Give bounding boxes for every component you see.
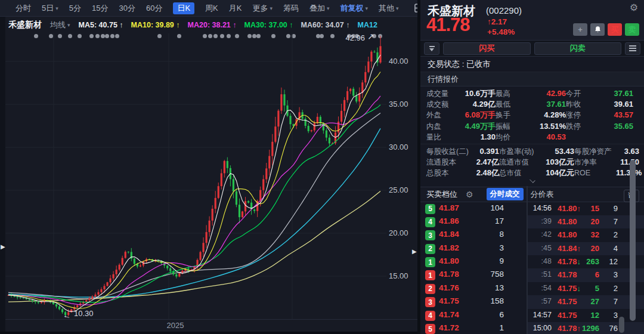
buy-level-badge: 5: [425, 324, 435, 334]
time-sales-list[interactable]: 14:5641.80↑159:3941.80207:4241.80322:454…: [528, 202, 644, 334]
toolbar-item-5分[interactable]: 5分: [69, 2, 81, 14]
order-book-title: 买卖档位: [426, 189, 457, 200]
toolbar-item-30分[interactable]: 30分: [119, 2, 135, 14]
tick-time: 14:57: [528, 311, 552, 319]
field-label: ROE: [574, 168, 616, 178]
tick-time: :57: [528, 297, 552, 305]
flash-sell-button[interactable]: 闪卖: [534, 42, 622, 55]
bid-level-5[interactable]: 541.721: [420, 322, 527, 334]
level-volume: 1: [499, 323, 504, 332]
tick-row: :5141.7863: [528, 268, 644, 282]
period-high-annotation: 42.96: [334, 33, 365, 42]
level-volume: 9: [499, 256, 504, 265]
field-label: 内盘: [426, 121, 457, 132]
toolbar-item-叠加[interactable]: 叠加▾: [309, 2, 330, 14]
level-price: 41.86: [439, 217, 459, 225]
ask-level-4[interactable]: 441.8617: [420, 215, 527, 228]
bid-level-3[interactable]: 341.75158: [420, 295, 527, 308]
alert-bell-button[interactable]: [590, 23, 605, 36]
tick-time: :51: [528, 270, 552, 279]
finance-grid: 每股收益(二)0.391市盈率(动)53.43每股净资产3.63流通股本2.47…: [420, 144, 644, 180]
field-label: 总市值: [499, 168, 536, 178]
field-label: 换手: [496, 110, 521, 120]
bid-level-2[interactable]: 241.7613: [420, 282, 527, 295]
field-label: 今开: [566, 88, 590, 99]
tick-row: :4841.78↓26312: [528, 255, 644, 268]
ask-level-3[interactable]: 341.848: [420, 228, 527, 242]
collapse-panel-button[interactable]: [424, 42, 439, 55]
field-value: 37.61: [590, 88, 633, 99]
bid-level-4[interactable]: 441.746: [420, 309, 527, 322]
level-price: 41.78: [439, 270, 459, 279]
level-volume: 758: [490, 270, 504, 279]
toolbar-item-其他[interactable]: 其他▾: [379, 2, 399, 14]
expand-more-chevron[interactable]: [420, 180, 644, 187]
tick-price: 41.78↑: [558, 324, 581, 333]
tab-time-sales[interactable]: 分时成交: [487, 188, 524, 200]
field-value: 11.50: [616, 157, 639, 168]
sell-button[interactable]: 卖: [625, 23, 639, 36]
quote-section-title: 行情报价: [420, 72, 644, 86]
sell-level-badge: 2: [425, 244, 435, 254]
sell-level-badge: 3: [425, 230, 435, 240]
field-value: 0.391: [469, 146, 499, 157]
ask-level-5[interactable]: 541.87104: [420, 202, 527, 215]
sell-level-badge: 1: [425, 257, 435, 267]
toolbar-item-日K[interactable]: 日K: [173, 2, 194, 14]
flash-trade-row: 闪买 闪卖: [420, 41, 644, 57]
y-axis-tick: 15.00: [389, 271, 416, 280]
toolbar-item-更多[interactable]: 更多▾: [252, 2, 273, 14]
level-price: 41.87: [439, 203, 459, 212]
time-sales-scrollbar-thumb[interactable]: [619, 317, 624, 333]
level-volume: 8: [499, 230, 504, 239]
field-value: 53.43: [536, 146, 574, 157]
toolbar-item-前复权[interactable]: 前复权▾: [340, 2, 368, 14]
book-settings-gear-icon[interactable]: ⚙: [466, 190, 473, 199]
toolbar-item-月K[interactable]: 月K: [229, 2, 242, 14]
field-value: 10.6万手: [457, 88, 496, 99]
toolbar-item-15分[interactable]: 15分: [92, 2, 108, 14]
field-value: 35.65: [590, 121, 633, 132]
ask-level-1[interactable]: 141.809: [420, 255, 527, 268]
change-percent: +5.48%: [487, 27, 515, 36]
tick-volume: 20: [591, 217, 599, 226]
up-arrow-icon: ↑: [577, 324, 581, 333]
expand-right-panel-arrow[interactable]: ▶: [412, 249, 417, 255]
field-value: [590, 132, 633, 143]
buy-level-badge: 3: [425, 297, 435, 307]
toolbar-item-5日[interactable]: 5日▾: [42, 2, 58, 14]
toolbar-item-分时[interactable]: 分时: [16, 2, 31, 14]
level-volume: 17: [495, 217, 504, 225]
toolbar-item-筹码[interactable]: 筹码: [283, 2, 299, 14]
tick-volume: 6: [595, 270, 599, 279]
tick-row: :3941.80207: [528, 215, 644, 228]
toolbar-item-60分[interactable]: 60分: [146, 2, 162, 14]
field-label: 成交额: [426, 99, 457, 110]
level-price: 41.82: [439, 243, 459, 252]
panel-settings-gear-icon[interactable]: ⚙: [630, 3, 638, 13]
toolbar-item-周K[interactable]: 周K: [205, 2, 218, 14]
chevron-down-icon: ▾: [270, 5, 273, 11]
add-to-watchlist-button[interactable]: +: [573, 23, 587, 36]
buy-button[interactable]: 买: [608, 23, 622, 36]
bid-level-1[interactable]: 141.78758: [420, 268, 527, 282]
field-label: 流通股本: [426, 157, 469, 168]
flash-buy-button[interactable]: 闪买: [443, 42, 531, 55]
chevron-down-icon: ▾: [327, 5, 330, 11]
level-price: 41.75: [439, 296, 459, 305]
tick-volume: 20: [591, 244, 599, 253]
main-scrollbar-thumb[interactable]: [630, 160, 636, 321]
field-label: 外盘: [426, 110, 457, 120]
expand-left-panel-arrow[interactable]: ▶: [1, 244, 5, 250]
tick-volume: 32: [591, 230, 599, 239]
field-label: 每股收益(二): [426, 146, 469, 157]
tick-count: 9: [614, 204, 618, 213]
menu-button[interactable]: [625, 42, 640, 55]
field-value: 37.61: [521, 99, 566, 110]
ask-level-2[interactable]: 241.823: [420, 242, 527, 255]
tab-price-table[interactable]: 分价表: [531, 189, 554, 200]
tick-count: 7: [614, 297, 618, 306]
level-volume: 158: [490, 296, 504, 305]
candlestick-chart[interactable]: [0, 17, 419, 332]
tick-volume: 12: [591, 311, 599, 320]
